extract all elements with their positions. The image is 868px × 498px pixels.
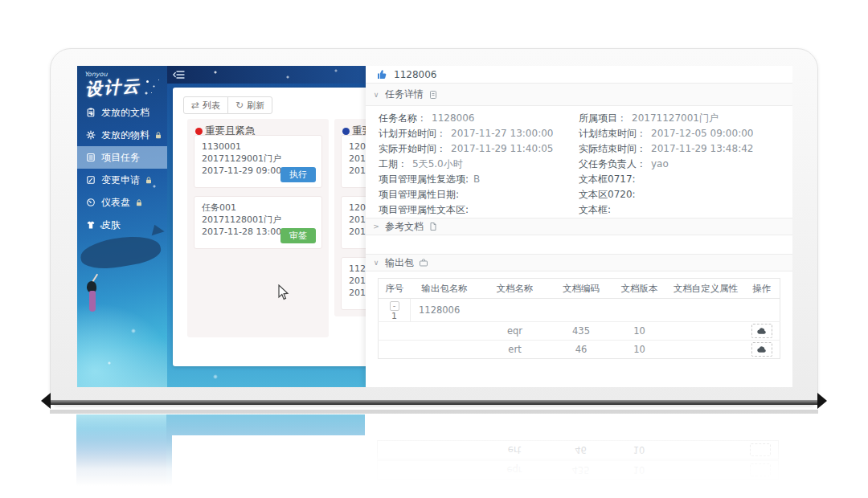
- table-row: ert 46 10: [379, 341, 780, 359]
- brand-logo: 设计云: [84, 75, 141, 101]
- card-project: 20171129001门户: [202, 153, 314, 165]
- laptop-foot-left: [41, 393, 51, 409]
- lock-icon: [145, 177, 152, 184]
- card-project: 20171128001门户: [202, 214, 314, 226]
- reflection: ert 46 10 eqr 435 10: [50, 410, 818, 486]
- sidebar-item-label: 发放的物料: [101, 129, 149, 142]
- collapse-row-button[interactable]: -: [390, 301, 399, 311]
- gear-icon: [86, 130, 96, 140]
- collapse-menu-icon[interactable]: [173, 70, 186, 80]
- card-task-name: 1130001: [202, 141, 314, 153]
- card-task-name: 任务001: [202, 202, 314, 214]
- thumbs-up-icon: [377, 69, 387, 80]
- laptop-base-edge: [47, 400, 821, 405]
- table-row: eqr 435 10: [379, 322, 780, 341]
- lock-icon: [136, 199, 142, 206]
- sidebar-item-label: 皮肤: [101, 218, 121, 232]
- section-task-detail[interactable]: ∨ 任务详情: [366, 84, 792, 106]
- sidebar-item-dashboard[interactable]: 仪表盘: [77, 191, 167, 214]
- briefcase-icon: [419, 258, 428, 267]
- sidebar-item-label: 项目任务: [101, 151, 140, 165]
- page: Yonyou 设计云 发放的文档 发放的物料: [0, 0, 868, 498]
- refresh-button[interactable]: ↻ 刷新: [227, 96, 272, 114]
- chevron-down-icon: ∨: [372, 91, 380, 99]
- row-number: 1: [379, 312, 410, 320]
- download-button[interactable]: [751, 342, 772, 357]
- girl-illustration: [89, 291, 96, 312]
- lock-icon: [155, 132, 162, 139]
- sidebar-item-skin[interactable]: 皮肤: [77, 214, 167, 236]
- cloud-download-icon: [757, 328, 767, 334]
- approve-button[interactable]: 审签: [280, 228, 316, 243]
- chevron-right-icon: >: [372, 222, 380, 231]
- sidebar-item-label: 仪表盘: [101, 196, 130, 210]
- list-view-button[interactable]: ⇄ 列表: [183, 96, 228, 114]
- task-card[interactable]: 1130001 20171129001门户 2017-11-29 09:00:0…: [194, 135, 322, 188]
- cloud-download-icon: [757, 346, 767, 353]
- topbar: [167, 66, 366, 84]
- sidebar: Yonyou 设计云 发放的文档 发放的物料: [77, 66, 167, 387]
- switch-icon: ⇄: [191, 100, 199, 110]
- sidebar-item-issued-materials[interactable]: 发放的物料: [77, 124, 167, 146]
- clipboard-icon: [86, 108, 96, 117]
- board-toolbar: ⇄ 列表 ↻ 刷新: [183, 96, 272, 114]
- detail-panel: 1128006 ∨ 任务详情 任务名称：1128006 所属项目：2017112…: [366, 66, 792, 387]
- chevron-down-icon: ∨: [372, 259, 380, 267]
- panel-header: 1128006: [366, 66, 792, 84]
- task-id: 1128006: [394, 69, 436, 80]
- red-dot-icon: [195, 128, 203, 135]
- whale-illustration: [79, 231, 163, 274]
- screen: Yonyou 设计云 发放的文档 发放的物料: [77, 66, 792, 387]
- shirt-icon: [86, 220, 96, 230]
- mouse-cursor: [278, 284, 289, 300]
- output-package-table: 序号 输出包名称 文档名称 文档编码 文档版本 文档自定义属性 操作 - 1 1: [378, 278, 780, 359]
- package-name: 1128006: [411, 299, 479, 322]
- task-fields: 任务名称：1128006 所属项目：20171127001门户 计划开始时间：2…: [366, 106, 792, 218]
- file-icon: [428, 222, 438, 231]
- edit-icon: [86, 175, 96, 185]
- dashboard-icon: [86, 198, 96, 207]
- tasks-icon: [86, 153, 96, 162]
- laptop-frame: Yonyou 设计云 发放的文档 发放的物料: [50, 48, 818, 406]
- kanban-column-urgent-important: 重要且紧急 1130001 20171129001门户 2017-11-29 0…: [187, 119, 329, 337]
- section-reference-docs[interactable]: > 参考文档: [366, 218, 792, 235]
- sidebar-item-label: 发放的文档: [101, 106, 149, 120]
- stars-decoration: [146, 80, 149, 83]
- laptop-foot-right: [817, 393, 827, 409]
- execute-button[interactable]: 执行: [280, 167, 316, 182]
- sidebar-item-label: 变更申请: [101, 173, 140, 187]
- sidebar-nav: 发放的文档 发放的物料 项目任务: [77, 101, 167, 236]
- table-header-row: 序号 输出包名称 文档名称 文档编码 文档版本 文档自定义属性 操作: [379, 279, 780, 299]
- task-card[interactable]: 任务001 20171128001门户 2017-11-28 13:00:00 …: [194, 196, 322, 249]
- sidebar-item-change-request[interactable]: 变更申请: [77, 169, 167, 191]
- blue-dot-icon: [342, 128, 350, 135]
- sidebar-item-project-tasks[interactable]: 项目任务: [77, 146, 167, 169]
- table-group-row: - 1 1128006: [379, 299, 780, 322]
- refresh-icon: ↻: [235, 100, 244, 110]
- section-output-package[interactable]: ∨ 输出包: [366, 254, 792, 271]
- task-board: ⇄ 列表 ↻ 刷新 重要且紧急 1130001 201711: [173, 88, 374, 366]
- document-icon: [428, 90, 438, 100]
- sidebar-item-issued-docs[interactable]: 发放的文档: [77, 101, 167, 124]
- download-button[interactable]: [751, 324, 772, 338]
